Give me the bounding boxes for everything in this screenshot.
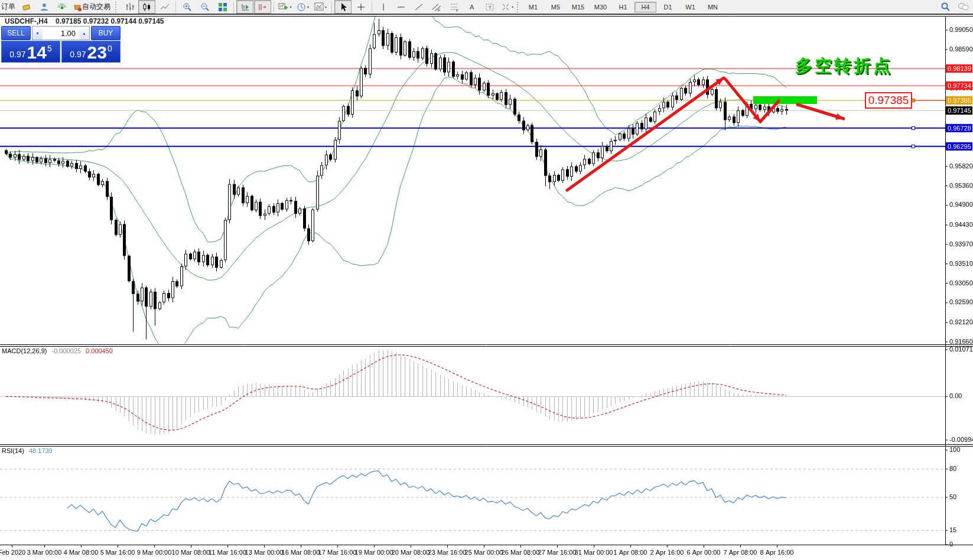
channel-button[interactable]: E: [428, 0, 445, 14]
indicators-button[interactable]: ▾: [312, 0, 329, 14]
trade-panel-controls: SELL ▼ ▲ BUY: [1, 26, 121, 40]
terminal-window: 订单 自动交易 ▾ ▾ ▾ E F A T: [0, 0, 973, 560]
svg-text:T: T: [489, 5, 492, 10]
new-order-button[interactable]: 订单: [1, 2, 15, 12]
line-chart-button[interactable]: [156, 0, 173, 14]
text-a-icon: A: [467, 2, 477, 12]
svg-text:A: A: [470, 4, 474, 11]
zoom-out-button[interactable]: [196, 0, 213, 14]
line-chart-icon: [160, 2, 170, 12]
timeframe-w1[interactable]: W1: [679, 2, 701, 12]
timeframe-m30[interactable]: M30: [590, 2, 611, 12]
zoom-in-button[interactable]: [178, 0, 196, 14]
svg-text:F: F: [456, 9, 458, 12]
ohlc-bars-icon: [125, 2, 134, 12]
rsi-indicator-label: RSI(14) 48.1739: [2, 447, 53, 454]
buy-price-prefix: 0.97: [70, 50, 86, 59]
sell-price-sup: 5: [47, 44, 52, 53]
gold-book-icon: [22, 2, 31, 12]
toolbar-grip[interactable]: [517, 2, 520, 12]
volume-stepper: ▼ ▲: [32, 26, 90, 40]
turning-point-annotation[interactable]: 多空转折点: [795, 54, 893, 78]
cursor-button[interactable]: [334, 0, 352, 14]
macd-indicator-label: MACD(12,26,9) -0.000025 0.000450: [2, 347, 113, 354]
cursor-arrow-icon: [339, 2, 348, 12]
text-label-icon: T: [485, 2, 494, 12]
signals-button[interactable]: [53, 0, 70, 14]
auto-scroll-button[interactable]: [236, 0, 253, 14]
fibonacci-icon: F: [450, 2, 459, 12]
zoom-in-icon: [183, 2, 192, 12]
horizontal-line-icon: [396, 2, 406, 12]
horizontal-line-button[interactable]: [392, 0, 409, 14]
arrow-shapes-icon: [501, 2, 510, 12]
fibonacci-button[interactable]: F: [445, 0, 463, 14]
new-chart-button[interactable]: ▾: [276, 0, 294, 14]
vertical-line-icon: [379, 2, 388, 12]
one-click-trading-panel: SELL ▼ ▲ BUY 0.97 14 5 0.97 23 0: [1, 26, 121, 63]
market-watch-button[interactable]: [35, 0, 53, 14]
chart-shift-button[interactable]: [254, 0, 271, 14]
tile-windows-button[interactable]: [214, 0, 231, 14]
timeframe-d1[interactable]: D1: [657, 2, 679, 12]
timeframe-h1[interactable]: H1: [612, 2, 634, 12]
radar-icon: [57, 2, 67, 12]
sell-button[interactable]: SELL: [1, 26, 31, 40]
arrows-button[interactable]: ▾: [499, 0, 516, 14]
trendline-icon: [414, 2, 424, 12]
macd-name: MACD(12,26,9): [2, 347, 47, 354]
volume-input[interactable]: [43, 27, 79, 40]
buy-price-sup: 0: [108, 44, 112, 53]
auto-trading-icon: [73, 2, 82, 12]
sell-price-big: 14: [27, 44, 47, 61]
ohlc-values: 0.97185 0.97232 0.97144 0.97145: [56, 17, 164, 25]
text-label-button[interactable]: T: [481, 0, 498, 14]
charts-button[interactable]: [18, 0, 35, 14]
buy-button[interactable]: BUY: [91, 26, 121, 40]
crosshair-button[interactable]: [352, 0, 369, 14]
toolbar-separator: [372, 2, 372, 12]
crosshair-icon: [356, 2, 366, 12]
trendline-button[interactable]: [410, 0, 427, 14]
volume-decrease-button[interactable]: ▼: [32, 27, 43, 40]
search-icon: [941, 2, 951, 12]
bar-chart-button[interactable]: [121, 0, 138, 14]
person-icon: [40, 2, 49, 12]
auto-trading-button[interactable]: 自动交易: [71, 0, 114, 14]
indicators-icon: [314, 2, 324, 12]
sell-price-prefix: 0.97: [9, 50, 25, 59]
text-button[interactable]: A: [463, 0, 480, 14]
rsi-value: 48.1739: [29, 447, 53, 454]
auto-scroll-icon: [240, 2, 250, 12]
timeframe-mn[interactable]: MN: [702, 2, 724, 12]
timeframe-m5[interactable]: M5: [545, 2, 567, 12]
buy-price-big: 23: [87, 44, 107, 61]
auto-trading-label: 自动交易: [82, 2, 110, 12]
vertical-line-button[interactable]: [375, 0, 392, 14]
timeframe-h4[interactable]: H4: [634, 2, 656, 12]
toolbar-separator: [175, 2, 176, 12]
toolbar-separator: [274, 2, 274, 12]
clock-icon: [297, 2, 306, 12]
chevron-down-icon: ▾: [512, 5, 513, 9]
candlestick-chart-button[interactable]: [138, 0, 155, 14]
timeframe-m1[interactable]: M1: [522, 2, 544, 12]
svg-text:E: E: [438, 8, 440, 12]
toolbar-separator: [331, 2, 332, 12]
macd-signal-value: 0.000450: [86, 347, 113, 354]
timeframe-m15[interactable]: M15: [567, 2, 589, 12]
profiles-button[interactable]: ▾: [294, 0, 311, 14]
price-level-box[interactable]: 0.97385: [865, 92, 912, 109]
sell-price-display[interactable]: 0.97 14 5: [1, 41, 60, 63]
equidistant-channel-icon: E: [432, 2, 441, 12]
price-chart-canvas[interactable]: [0, 0, 973, 560]
community-button[interactable]: [955, 0, 972, 14]
toolbar-grip[interactable]: [115, 2, 118, 12]
chart-header: USDCHF-,H4 0.97185 0.97232 0.97144 0.971…: [5, 17, 164, 25]
macd-main-value: -0.000025: [51, 347, 81, 354]
search-button[interactable]: [937, 0, 954, 14]
toolbar-separator: [233, 2, 234, 12]
symbol-period-title: USDCHF-,H4: [5, 17, 48, 25]
buy-price-display[interactable]: 0.97 23 0: [61, 41, 121, 63]
volume-increase-button[interactable]: ▲: [79, 27, 89, 40]
